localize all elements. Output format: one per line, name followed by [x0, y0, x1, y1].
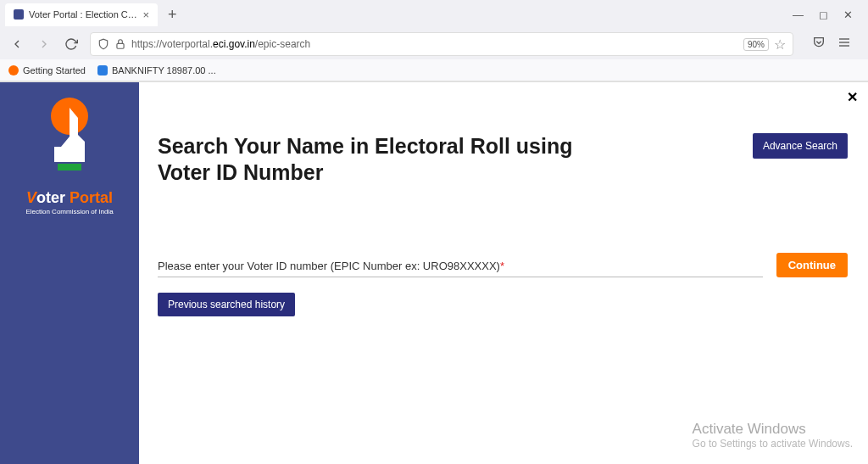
firefox-icon — [8, 65, 19, 75]
logo — [0, 96, 139, 184]
heading-row: Search Your Name in Electoral Roll using… — [158, 133, 848, 187]
url-text: https://voterportal.eci.gov.in/epic-sear… — [131, 38, 738, 50]
bookmark-getting-started[interactable]: Getting Started — [8, 65, 86, 75]
back-icon[interactable] — [8, 36, 25, 53]
url-prefix: https://voterportal. — [131, 38, 213, 50]
minimize-icon[interactable]: — — [793, 8, 804, 21]
tab-favicon — [14, 9, 24, 20]
page-heading: Search Your Name in Electoral Roll using… — [158, 133, 615, 187]
bookmark-label: Getting Started — [23, 65, 86, 75]
maximize-icon[interactable]: ◻ — [819, 8, 828, 21]
close-icon[interactable]: ✕ — [847, 89, 858, 105]
browser-chrome: Voter Portal : Election Commiss × + — ◻ … — [0, 0, 868, 82]
brand-suffix: Portal — [70, 189, 113, 206]
watermark-sub: Go to Settings to activate Windows. — [693, 438, 853, 450]
brand-prefix: oter — [36, 189, 70, 206]
window-controls: — ◻ ✕ — [793, 8, 863, 21]
watermark-title: Activate Windows — [693, 421, 853, 438]
input-placeholder: Please enter your Voter ID number (EPIC … — [158, 260, 504, 272]
nav-bar: https://voterportal.eci.gov.in/epic-sear… — [0, 29, 868, 59]
voter-id-input[interactable]: Please enter your Voter ID number (EPIC … — [158, 258, 763, 277]
browser-tab[interactable]: Voter Portal : Election Commiss × — [5, 3, 158, 26]
continue-button[interactable]: Continue — [776, 253, 848, 277]
bookmark-label: BANKNIFTY 18987.00 ... — [112, 65, 216, 75]
svg-rect-0 — [117, 43, 124, 48]
menu-icon[interactable] — [837, 36, 851, 53]
required-asterisk: * — [500, 260, 504, 272]
site-icon — [97, 65, 108, 75]
form-row: Please enter your Voter ID number (EPIC … — [158, 253, 848, 277]
advance-search-button[interactable]: Advance Search — [753, 133, 848, 159]
url-path: /epic-search — [255, 38, 310, 50]
url-bar[interactable]: https://voterportal.eci.gov.in/epic-sear… — [90, 32, 793, 56]
svg-rect-5 — [58, 164, 81, 171]
bookmarks-bar: Getting Started BANKNIFTY 18987.00 ... — [0, 59, 868, 81]
tab-close-icon[interactable]: × — [142, 8, 149, 21]
bookmark-star-icon[interactable]: ☆ — [774, 36, 786, 53]
lock-icon — [114, 38, 126, 50]
tab-bar: Voter Portal : Election Commiss × + — ◻ … — [0, 0, 868, 29]
zoom-badge[interactable]: 90% — [743, 38, 769, 51]
history-button[interactable]: Previous searched history — [158, 293, 295, 316]
activate-windows-watermark: Activate Windows Go to Settings to activ… — [693, 421, 853, 450]
main-content: Search Your Name in Electoral Roll using… — [139, 82, 868, 464]
pocket-icon[interactable] — [812, 36, 826, 53]
logo-subtitle: Election Commission of India — [0, 208, 139, 215]
reload-icon[interactable] — [63, 36, 80, 53]
close-window-icon[interactable]: ✕ — [843, 8, 853, 21]
tab-title: Voter Portal : Election Commiss — [29, 9, 137, 20]
toolbar-right — [804, 36, 860, 53]
forward-icon[interactable] — [36, 36, 53, 53]
logo-text: Voter Portal Election Commission of Indi… — [0, 189, 139, 215]
page-content: ✕ Voter Portal Election Commission of In… — [0, 82, 868, 464]
new-tab-button[interactable]: + — [161, 6, 184, 24]
bookmark-banknifty[interactable]: BANKNIFTY 18987.00 ... — [97, 65, 216, 75]
url-domain: eci.gov.in — [213, 38, 255, 50]
sidebar: Voter Portal Election Commission of Indi… — [0, 82, 139, 464]
shield-icon — [97, 38, 109, 50]
